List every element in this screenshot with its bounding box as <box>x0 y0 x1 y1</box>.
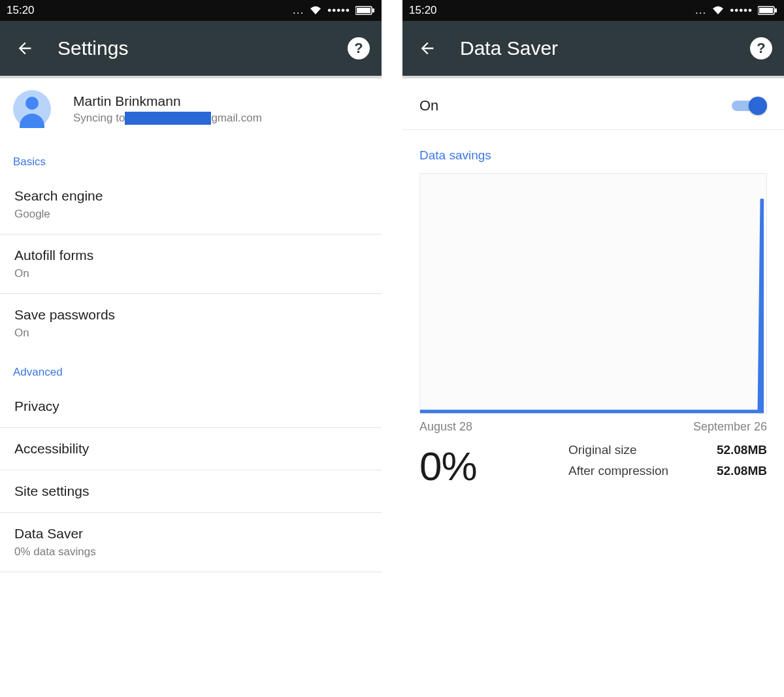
stats-row: 0% Original size 52.08MB After compressi… <box>402 434 784 489</box>
after-compression-label: After compression <box>568 464 686 478</box>
help-icon: ? <box>757 40 765 57</box>
redacted-email <box>125 112 211 125</box>
back-button[interactable] <box>12 35 38 61</box>
profile-name: Martin Brinkmann <box>73 93 262 109</box>
page-title: Data Saver <box>460 37 750 59</box>
chart-svg <box>420 174 766 413</box>
row-title: Search engine <box>14 188 367 204</box>
sync-suffix: gmail.com <box>211 112 261 125</box>
avatar-icon <box>13 90 51 128</box>
help-button[interactable]: ? <box>348 37 370 59</box>
help-button[interactable]: ? <box>750 37 772 59</box>
section-basics: Basics <box>0 142 382 175</box>
status-bar: 15:20 ... ••••• <box>0 0 382 21</box>
help-icon: ? <box>354 40 363 57</box>
status-more-icon: ... <box>293 4 304 17</box>
profile-sync: Syncing to gmail.com <box>73 112 262 125</box>
section-data-savings: Data savings <box>402 130 784 173</box>
row-sub: Google <box>14 208 367 221</box>
toggle-switch[interactable] <box>732 97 767 115</box>
sync-prefix: Syncing to <box>73 112 125 125</box>
row-sub: On <box>14 327 367 340</box>
row-title: Save passwords <box>14 307 367 323</box>
switch-knob <box>749 97 767 115</box>
row-autofill[interactable]: Autofill forms On <box>0 235 382 294</box>
row-site-settings[interactable]: Site settings <box>0 470 382 513</box>
app-bar: Settings ? <box>0 21 382 78</box>
section-advanced: Advanced <box>0 353 382 385</box>
toggle-row[interactable]: On <box>402 78 784 130</box>
row-title: Data Saver <box>14 526 367 542</box>
page-title: Settings <box>57 37 348 59</box>
wifi-icon <box>711 5 725 16</box>
row-search-engine[interactable]: Search engine Google <box>0 175 382 235</box>
svg-rect-2 <box>372 8 374 12</box>
status-bar: 15:20 ... ••••• <box>402 0 784 21</box>
row-title: Autofill forms <box>14 248 367 263</box>
back-button[interactable] <box>414 35 440 61</box>
battery-icon <box>758 6 777 15</box>
status-time: 15:20 <box>7 4 35 17</box>
signal-icon: ••••• <box>730 4 753 17</box>
row-sub: On <box>14 267 367 280</box>
battery-icon <box>355 6 375 15</box>
row-sub: 0% data savings <box>14 545 367 559</box>
status-more-icon: ... <box>695 4 706 17</box>
after-compression-value: 52.08MB <box>702 464 767 478</box>
svg-rect-4 <box>759 8 773 13</box>
wifi-icon <box>309 5 322 16</box>
svg-rect-1 <box>357 8 370 13</box>
arrow-back-icon <box>418 39 436 57</box>
svg-rect-5 <box>775 8 777 12</box>
savings-chart <box>419 173 767 413</box>
percent-saved: 0% <box>419 443 477 489</box>
profile-row[interactable]: Martin Brinkmann Syncing to gmail.com <box>0 78 382 142</box>
row-title: Accessibility <box>14 441 367 457</box>
toggle-label: On <box>419 97 732 114</box>
original-size-label: Original size <box>568 443 686 457</box>
row-title: Privacy <box>14 398 367 414</box>
status-time: 15:20 <box>409 4 437 17</box>
chart-end-date: September 26 <box>693 420 767 434</box>
signal-icon: ••••• <box>327 4 350 17</box>
original-size-value: 52.08MB <box>702 443 767 457</box>
chart-dates: August 28 September 26 <box>419 420 767 434</box>
chart-start-date: August 28 <box>419 420 472 434</box>
app-bar: Data Saver ? <box>402 21 784 78</box>
row-save-passwords[interactable]: Save passwords On <box>0 294 382 353</box>
row-title: Site settings <box>14 483 367 499</box>
row-data-saver[interactable]: Data Saver 0% data savings <box>0 513 382 572</box>
row-privacy[interactable]: Privacy <box>0 385 382 428</box>
row-accessibility[interactable]: Accessibility <box>0 428 382 470</box>
arrow-back-icon <box>16 39 34 57</box>
